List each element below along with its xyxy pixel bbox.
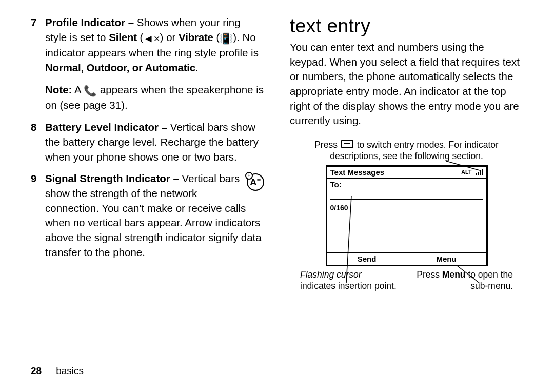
item-number: 8: [31, 120, 45, 164]
intro-paragraph: You can enter text and numbers using the…: [290, 40, 523, 128]
vibrate-icon: 📳: [220, 31, 233, 46]
screen-title: Text Messages: [330, 168, 462, 177]
page-footer: 28basics: [31, 365, 84, 377]
figure-top-caption: Press to switch entry modes. For indicat…: [300, 140, 513, 162]
to-field: [330, 191, 483, 200]
figure-bottom-right-caption: Press Menu to open the sub-menu.: [407, 269, 513, 292]
section-label: basics: [56, 365, 84, 376]
softkey-menu: Menu: [407, 253, 486, 265]
item-body: Profile Indicator – Shows when your ring…: [45, 15, 264, 113]
char-counter: 0/160: [330, 204, 483, 212]
note-label: Note:: [45, 84, 72, 95]
page-number: 28: [31, 365, 42, 376]
silent-icon: ◄×: [143, 31, 160, 46]
softkey-send: Send: [327, 253, 407, 265]
item-title: Signal Strength Indicator –: [45, 172, 179, 184]
item-number: 7: [31, 15, 45, 113]
section-heading: text entry: [290, 15, 523, 37]
item-title: Battery Level Indicator –: [45, 121, 167, 133]
signal-strength-badge-icon: A" +: [247, 173, 264, 191]
phone-screen-illustration: Text Messages ALT To: 0/160 Send Menu: [326, 165, 488, 266]
figure: Press to switch entry modes. For indicat…: [290, 140, 523, 292]
list-item-8: 8 Battery Level Indicator – Vertical bar…: [31, 120, 264, 164]
alt-indicator: ALT: [461, 169, 471, 175]
figure-bottom-left-caption: Flashing cursor indicates insertion poin…: [300, 269, 407, 292]
item-body: Battery Level Indicator – Vertical bars …: [45, 120, 264, 164]
item-title: Profile Indicator –: [45, 16, 134, 28]
signal-icon: [475, 169, 483, 175]
list-item-9: 9 A" + Signal Strength Indicator – Verti…: [31, 171, 264, 260]
menu-key-icon: [341, 140, 353, 148]
item-number: 9: [31, 171, 45, 260]
to-label: To:: [330, 180, 483, 189]
speakerphone-icon: 📞: [84, 84, 97, 99]
item-body: A" + Signal Strength Indicator – Vertica…: [45, 171, 264, 260]
list-item-7: 7 Profile Indicator – Shows when your ri…: [31, 15, 264, 113]
